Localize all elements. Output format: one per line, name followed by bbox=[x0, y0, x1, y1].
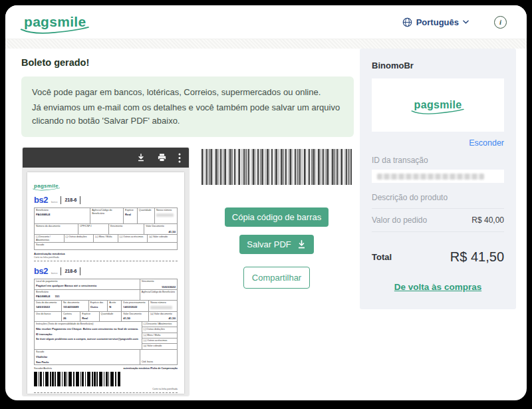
boleto-document: pagsmile bs2 banco 218-6 BeneficiárioPAG… bbox=[27, 172, 184, 394]
total-value: R$ 41,50 bbox=[450, 249, 504, 265]
total-label: Total bbox=[372, 252, 392, 262]
bs2-logo-sub: banco bbox=[51, 272, 58, 275]
save-pdf-button[interactable]: Salvar PDF bbox=[239, 235, 313, 254]
bank-separator bbox=[61, 196, 61, 204]
transaction-id-label: ID da transação bbox=[372, 156, 504, 165]
sidebar-logo-text: pagsmile bbox=[414, 99, 462, 110]
bank-separator bbox=[61, 267, 61, 275]
boleto-pdf-preview: pagsmile bs2 banco 218-6 BeneficiárioPAG… bbox=[23, 148, 189, 396]
info-icon: i bbox=[499, 18, 501, 26]
notice-box: Você pode pagar em bancos, lotéricas, Co… bbox=[21, 76, 354, 137]
header-controls: Português i bbox=[402, 16, 507, 29]
transaction-id-value bbox=[372, 170, 504, 183]
globe-icon bbox=[402, 17, 412, 27]
order-value-label: Valor do pedido bbox=[372, 215, 427, 225]
barcode-image bbox=[201, 149, 352, 185]
bank-code: 218-6 bbox=[65, 269, 76, 273]
chevron-down-icon bbox=[463, 20, 469, 24]
bank-separator bbox=[80, 267, 80, 275]
header-divider bbox=[5, 39, 527, 49]
share-button[interactable]: Compartilhar bbox=[243, 267, 310, 289]
notice-line-1: Você pode pagar em bancos, lotéricas, Co… bbox=[32, 86, 343, 99]
pdf-download-icon[interactable] bbox=[136, 153, 146, 162]
pdf-more-icon[interactable] bbox=[178, 153, 181, 163]
back-to-shopping-link[interactable]: De volta às compras bbox=[372, 282, 504, 292]
hide-link[interactable]: Esconder bbox=[372, 138, 504, 148]
bank-code: 218-6 bbox=[65, 198, 76, 202]
content: Boleto gerado! Você pode pagar em bancos… bbox=[5, 49, 527, 396]
boleto-table-1: BeneficiárioPAGSMILEAgência/Código do Be… bbox=[34, 207, 178, 250]
pdf-page-area: pagsmile bs2 banco 218-6 BeneficiárioPAG… bbox=[23, 168, 189, 396]
bs2-logo-sub: banco bbox=[51, 201, 58, 204]
page-title: Boleto gerado! bbox=[21, 57, 354, 68]
language-label: Português bbox=[416, 17, 459, 27]
boleto-auth: Autenticação mecânica Corte na linha pon… bbox=[34, 252, 178, 259]
boleto-bank-row: bs2 banco 218-6 bbox=[34, 195, 178, 205]
language-selector[interactable]: Português bbox=[402, 17, 469, 27]
bs2-logo: bs2 bbox=[34, 195, 48, 205]
boleto-bank-row-2: bs2 banco 218-6 bbox=[34, 266, 178, 276]
page-card: pagsmile Português i Boleto gerado! Você… bbox=[5, 5, 527, 400]
boleto-barcode-image bbox=[34, 372, 120, 386]
product-description-label: Descrição do produto bbox=[372, 193, 504, 209]
merchant-logo-box: pagsmile bbox=[372, 78, 504, 132]
boleto-logo-text: pagsmile bbox=[34, 183, 59, 189]
merchant-name: BinomoBr bbox=[372, 61, 504, 70]
order-summary-panel: BinomoBr pagsmile Esconder ID da transaç… bbox=[360, 49, 516, 309]
cut-label-bottom: Corte na linha pontilhada bbox=[34, 388, 178, 390]
download-icon bbox=[297, 239, 307, 249]
pdf-print-icon[interactable] bbox=[157, 153, 167, 162]
mechanical-auth-label: autenticação mecânica /Ficha de Compensa… bbox=[124, 367, 178, 370]
actions-column: Cópia código de barras Salvar PDF Compar… bbox=[201, 148, 352, 396]
drawer-label: Sacador/Avalista bbox=[34, 367, 52, 370]
pagsmile-logo-text: pagsmile bbox=[24, 14, 86, 29]
main-column: Boleto gerado! Você pode pagar em bancos… bbox=[21, 49, 354, 396]
order-value: R$ 40,00 bbox=[471, 215, 504, 225]
notice-line-2: Já enviamos um e-mail com os detalhes e … bbox=[32, 101, 343, 128]
dashed-cut-line-bottom bbox=[34, 392, 178, 393]
boleto-footer-row: Sacador/Avalista autenticação mecânica /… bbox=[34, 367, 178, 370]
info-button[interactable]: i bbox=[494, 16, 507, 29]
sidebar-pagsmile-logo: pagsmile bbox=[414, 99, 462, 111]
bs2-logo: bs2 bbox=[34, 266, 48, 276]
transaction-id-redacted bbox=[377, 174, 484, 180]
bank-separator bbox=[80, 196, 80, 204]
order-value-row: Valor do pedido R$ 40,00 bbox=[372, 209, 504, 232]
dashed-cut-line bbox=[34, 261, 178, 261]
pagsmile-logo: pagsmile bbox=[24, 14, 86, 30]
copy-barcode-button[interactable]: Cópia código de barras bbox=[225, 207, 329, 227]
cut-label: Corte na linha pontilhada bbox=[34, 256, 178, 259]
total-row: Total R$ 41,50 bbox=[372, 249, 504, 265]
pdf-toolbar bbox=[23, 148, 189, 168]
header: pagsmile Português i bbox=[5, 5, 527, 39]
auth-label: Autenticação mecânica bbox=[34, 252, 178, 255]
boleto-table-2: Local de pagamentoPagável em qualquer Ba… bbox=[34, 279, 178, 364]
boleto-pagsmile-logo: pagsmile bbox=[34, 183, 59, 189]
save-pdf-label: Salvar PDF bbox=[247, 239, 291, 249]
document-row: pagsmile bs2 banco 218-6 BeneficiárioPAG… bbox=[21, 148, 354, 396]
